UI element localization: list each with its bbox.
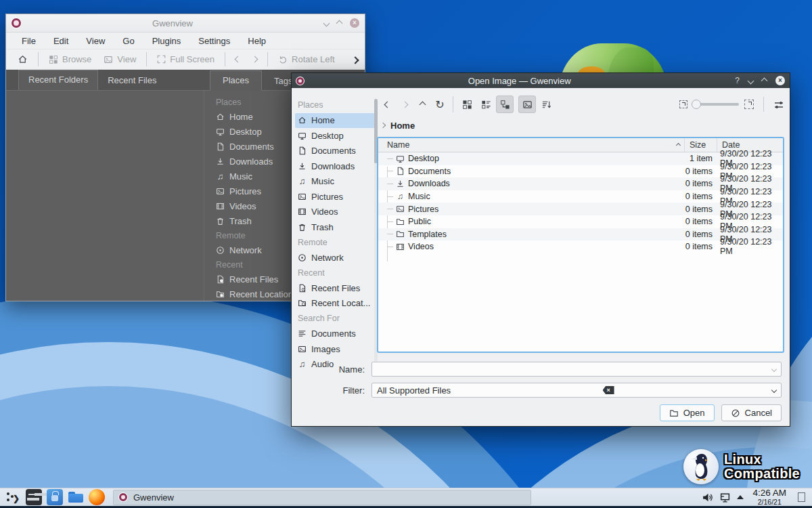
preview-button[interactable] xyxy=(518,96,536,113)
menu-settings[interactable]: Settings xyxy=(189,36,239,46)
chevron-down-icon[interactable] xyxy=(771,366,777,372)
home-button[interactable] xyxy=(12,51,34,68)
detail-view-button[interactable] xyxy=(477,96,495,113)
menu-file[interactable]: File xyxy=(13,36,45,46)
menu-go[interactable]: Go xyxy=(114,36,143,46)
desktop: Gwenview × File Edit View Go Plugins Set… xyxy=(0,0,812,508)
place-recent-locations[interactable]: Recent Locat... xyxy=(295,296,375,312)
browse-button[interactable]: Browse xyxy=(43,51,97,68)
close-icon[interactable]: × xyxy=(775,76,785,85)
gwenview-titlebar[interactable]: Gwenview × xyxy=(6,14,365,33)
maximize-icon[interactable] xyxy=(336,20,343,26)
menu-help[interactable]: Help xyxy=(239,36,275,46)
place-documents[interactable]: Documents xyxy=(295,144,375,159)
menu-view[interactable]: View xyxy=(77,36,114,46)
breadcrumb[interactable]: Home xyxy=(381,119,415,131)
icon-view-button[interactable] xyxy=(458,96,476,113)
breadcrumb-home[interactable]: Home xyxy=(390,121,415,131)
tray-expand-icon[interactable] xyxy=(737,495,744,499)
reload-button[interactable]: ↻ xyxy=(431,96,449,113)
search-images[interactable]: Images xyxy=(295,341,375,357)
chevron-right-icon xyxy=(380,123,386,128)
name-input[interactable] xyxy=(371,362,782,377)
dialog-title: Open Image — Gwenview xyxy=(304,76,735,86)
options-icon[interactable] xyxy=(773,98,784,110)
back-button[interactable] xyxy=(229,51,246,68)
cancel-button[interactable]: Cancel xyxy=(721,404,782,421)
zoom-slider-knob[interactable] xyxy=(692,100,701,109)
zoom-out-icon[interactable] xyxy=(679,100,687,108)
zoom-slider[interactable] xyxy=(693,103,739,106)
place-recent-files[interactable]: Recent Files xyxy=(295,280,375,296)
minimize-icon[interactable] xyxy=(748,77,754,84)
place-desktop[interactable]: Desktop xyxy=(295,128,375,144)
zoom-in-icon[interactable] xyxy=(744,100,754,109)
place-trash[interactable]: Trash xyxy=(295,219,375,235)
network-icon[interactable] xyxy=(719,492,731,503)
place-pictures[interactable]: Pictures xyxy=(295,189,375,205)
toolbar: Browse View Full Screen Rotate Left xyxy=(6,49,365,70)
rotate-left-button[interactable]: Rotate Left xyxy=(272,51,341,68)
place-home[interactable]: Home xyxy=(295,113,375,129)
clear-filter-icon[interactable]: × xyxy=(603,386,614,394)
file-list[interactable]: Name Size Date Desktop1 item9/30/20 12:2… xyxy=(377,137,784,353)
fullscreen-button[interactable]: Full Screen xyxy=(151,51,221,68)
maximize-icon[interactable] xyxy=(761,77,768,84)
system-tray: 4:26 AM 2/16/21 xyxy=(702,488,812,505)
up-button[interactable] xyxy=(413,96,431,113)
music-note-icon: ♫ xyxy=(216,171,225,182)
dialog-titlebar[interactable]: Open Image — Gwenview ? × xyxy=(292,73,790,88)
toolbar-overflow-icon[interactable] xyxy=(353,54,359,65)
section-header: Places xyxy=(295,98,375,113)
close-icon[interactable]: × xyxy=(350,18,359,28)
forward-button[interactable] xyxy=(246,51,263,68)
music-note-icon: ♫ xyxy=(396,192,405,201)
name-label: Name: xyxy=(292,364,371,375)
place-network[interactable]: Network xyxy=(295,250,375,266)
help-icon[interactable]: ? xyxy=(735,76,740,85)
tree-view-button[interactable] xyxy=(496,96,514,113)
column-name[interactable]: Name xyxy=(378,140,684,150)
file-manager-icon[interactable] xyxy=(68,489,84,505)
dialog-places-panel: Places Home Desktop Documents Downloads … xyxy=(295,98,375,363)
discover-icon[interactable] xyxy=(47,489,63,505)
place-music[interactable]: ♫Music xyxy=(295,174,375,190)
gwenview-logo-icon xyxy=(12,18,21,28)
chevron-down-icon[interactable] xyxy=(771,387,777,393)
tab-recent-files[interactable]: Recent Files xyxy=(98,71,166,90)
open-image-dialog[interactable]: Open Image — Gwenview ? × ↻ xyxy=(291,72,790,427)
forward-button[interactable] xyxy=(396,96,413,113)
firefox-icon[interactable] xyxy=(89,489,105,505)
table-row[interactable]: Videos0 items9/30/20 12:23 PM xyxy=(378,240,783,253)
filter-value: All Supported Files xyxy=(377,385,451,396)
open-button[interactable]: Open xyxy=(660,404,715,421)
menu-edit[interactable]: Edit xyxy=(45,36,77,46)
penguin-icon xyxy=(683,449,719,484)
tab-recent-folders[interactable]: Recent Folders xyxy=(18,70,98,90)
back-button[interactable] xyxy=(378,96,396,113)
system-settings-icon[interactable] xyxy=(26,489,42,505)
window-title: Gwenview xyxy=(21,18,324,28)
clock[interactable]: 4:26 AM 2/16/21 xyxy=(752,488,786,505)
tab-places[interactable]: Places xyxy=(210,70,262,91)
gwenview-logo-icon xyxy=(296,77,304,85)
app-launcher-icon[interactable]: ❯ xyxy=(5,489,21,505)
volume-icon[interactable] xyxy=(702,492,713,503)
sort-ascending-icon xyxy=(676,142,681,147)
sort-button[interactable] xyxy=(537,96,555,113)
minimize-icon[interactable] xyxy=(323,20,330,26)
task-button-gwenview[interactable]: Gwenview xyxy=(113,490,531,505)
gwenview-logo-icon xyxy=(119,493,127,501)
show-desktop-button[interactable] xyxy=(798,492,805,502)
section-header: Remote xyxy=(295,235,375,251)
place-downloads[interactable]: Downloads xyxy=(295,158,375,174)
view-button[interactable]: View xyxy=(97,51,142,68)
column-size[interactable]: Size xyxy=(684,138,717,152)
filter-select[interactable]: All Supported Files × xyxy=(371,383,782,398)
search-documents[interactable]: Documents xyxy=(295,326,375,342)
menubar: File Edit View Go Plugins Settings Help xyxy=(6,33,365,49)
menu-plugins[interactable]: Plugins xyxy=(143,36,190,46)
music-note-icon: ♫ xyxy=(298,176,307,186)
taskbar: ❯ Gwenview 4:26 AM 2/16/21 xyxy=(0,488,812,506)
place-videos[interactable]: Videos xyxy=(295,205,375,220)
